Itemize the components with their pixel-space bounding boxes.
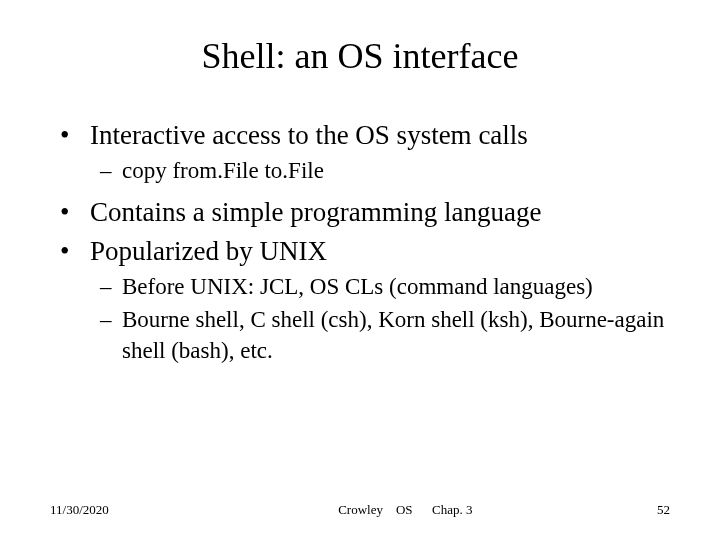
footer-center: Crowley OS Chap. 3 [109, 502, 657, 518]
slide-title: Shell: an OS interface [50, 35, 670, 77]
sub-item: – Before UNIX: JCL, OS CLs (command lang… [100, 271, 670, 302]
bullet-mark: • [60, 194, 90, 230]
sub-item: – copy from.File to.File [100, 155, 670, 186]
bullet-mark: • [60, 233, 90, 269]
sub-text: copy from.File to.File [122, 155, 670, 186]
sub-mark: – [100, 304, 122, 366]
sub-text: Bourne shell, C shell (csh), Korn shell … [122, 304, 670, 366]
bullet-text: Interactive access to the OS system call… [90, 117, 670, 153]
footer-page: 52 [657, 502, 670, 518]
slide-content: • Interactive access to the OS system ca… [50, 117, 670, 367]
sub-mark: – [100, 271, 122, 302]
bullet-text: Popularized by UNIX [90, 233, 670, 269]
sub-mark: – [100, 155, 122, 186]
footer-date: 11/30/2020 [50, 502, 109, 518]
bullet-item: • Popularized by UNIX [60, 233, 670, 269]
sub-item: – Bourne shell, C shell (csh), Korn shel… [100, 304, 670, 366]
bullet-mark: • [60, 117, 90, 153]
sub-text: Before UNIX: JCL, OS CLs (command langua… [122, 271, 670, 302]
bullet-text: Contains a simple programming language [90, 194, 670, 230]
bullet-item: • Contains a simple programming language [60, 194, 670, 230]
bullet-item: • Interactive access to the OS system ca… [60, 117, 670, 153]
slide-footer: 11/30/2020 Crowley OS Chap. 3 52 [50, 502, 670, 518]
